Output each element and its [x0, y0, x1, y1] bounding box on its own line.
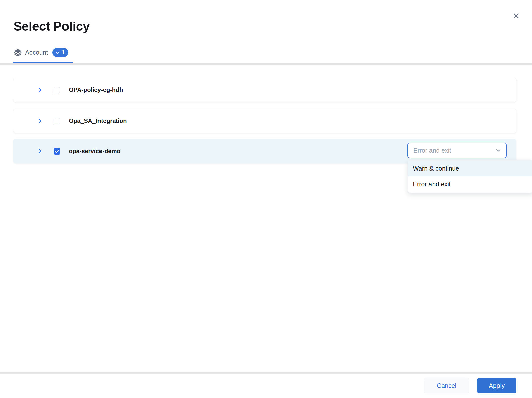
close-button[interactable]: [511, 11, 521, 21]
selected-count-badge: 1: [52, 48, 68, 57]
policy-row[interactable]: Opa_SA_Integration: [13, 109, 516, 133]
active-tab-indicator: [13, 62, 73, 63]
checkbox[interactable]: [54, 148, 60, 155]
policy-name: Opa_SA_Integration: [69, 117, 127, 124]
expand-button[interactable]: [36, 117, 44, 125]
menu-option-warn-continue[interactable]: Warn & continue: [408, 160, 532, 176]
badge-count: 1: [62, 49, 65, 56]
expand-button[interactable]: [36, 147, 44, 155]
page-title: Select Policy: [14, 19, 90, 34]
action-dropdown[interactable]: Error and exit: [407, 143, 507, 158]
tab-account[interactable]: Account 1: [14, 48, 68, 57]
tab-account-label: Account: [25, 49, 48, 56]
chevron-down-icon: [495, 147, 502, 154]
menu-option-error-exit[interactable]: Error and exit: [408, 176, 532, 192]
apply-button[interactable]: Apply: [477, 378, 516, 393]
action-dropdown-menu: Warn & continue Error and exit: [408, 160, 532, 193]
check-icon: [56, 50, 60, 55]
policy-name: OPA-policy-eg-hdh: [69, 86, 123, 93]
action-dropdown-value: Error and exit: [413, 147, 495, 154]
close-icon: [512, 12, 520, 20]
layers-icon: [14, 48, 22, 57]
policy-row[interactable]: OPA-policy-eg-hdh: [13, 78, 516, 102]
tab-bar-separator: [0, 63, 532, 65]
chevron-right-icon: [37, 118, 43, 124]
footer-separator: [0, 372, 532, 374]
checkbox[interactable]: [54, 118, 60, 124]
chevron-right-icon: [37, 148, 43, 154]
expand-button[interactable]: [36, 86, 44, 94]
chevron-right-icon: [37, 87, 43, 93]
policy-name: opa-service-demo: [69, 148, 120, 155]
cancel-button[interactable]: Cancel: [424, 378, 469, 393]
checkbox[interactable]: [54, 87, 60, 93]
